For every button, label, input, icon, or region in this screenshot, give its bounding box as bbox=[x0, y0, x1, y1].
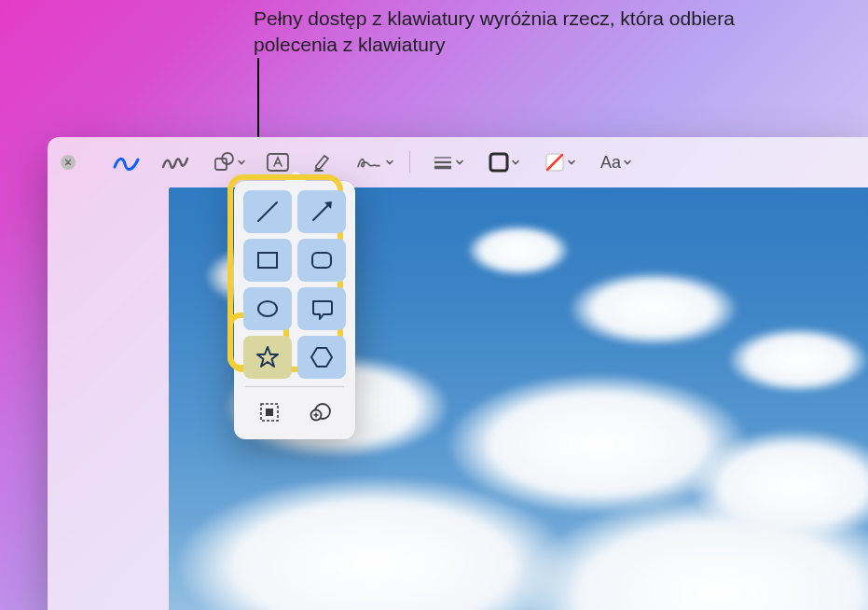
signature-icon bbox=[355, 152, 383, 173]
line-icon bbox=[254, 198, 282, 226]
chevron-down-icon bbox=[623, 158, 632, 167]
stroke-color[interactable] bbox=[477, 146, 528, 178]
svg-point-13 bbox=[258, 301, 277, 316]
roundrect-shape[interactable] bbox=[297, 239, 346, 282]
chevron-down-icon bbox=[511, 158, 520, 167]
shapes-icon bbox=[213, 151, 235, 173]
sign-tool[interactable] bbox=[348, 146, 398, 178]
arrow-shape[interactable] bbox=[297, 190, 346, 233]
line-weight-icon bbox=[433, 154, 453, 171]
draw-tool[interactable] bbox=[154, 146, 197, 178]
shapes-popover bbox=[234, 181, 355, 439]
chevron-down-icon bbox=[567, 158, 576, 167]
popover-divider bbox=[245, 386, 344, 387]
stroke-style[interactable] bbox=[421, 146, 472, 178]
svg-rect-15 bbox=[266, 409, 273, 416]
text-box-icon bbox=[265, 152, 291, 173]
close-icon bbox=[64, 159, 72, 166]
shapes-grid bbox=[243, 190, 346, 379]
toolbar: Aa bbox=[48, 137, 868, 187]
svg-line-10 bbox=[313, 205, 328, 220]
svg-rect-6 bbox=[490, 154, 507, 171]
star-shape[interactable] bbox=[243, 336, 292, 379]
sketch-tool[interactable] bbox=[105, 146, 148, 178]
loupe-tool[interactable] bbox=[300, 396, 341, 428]
chevron-down-icon bbox=[237, 158, 246, 167]
roundrect-icon bbox=[308, 246, 336, 274]
oval-icon bbox=[254, 295, 282, 323]
rect-shape[interactable] bbox=[243, 239, 292, 282]
svg-line-9 bbox=[258, 202, 277, 221]
shapes-tool[interactable] bbox=[202, 146, 253, 178]
stroke-swatch-icon bbox=[489, 152, 509, 173]
svg-rect-11 bbox=[258, 253, 277, 268]
scribble-rough-icon bbox=[159, 151, 191, 173]
popover-footer bbox=[243, 395, 346, 428]
window-close-button[interactable] bbox=[61, 155, 76, 170]
highlight-tool[interactable] bbox=[303, 146, 342, 178]
hexagon-icon bbox=[308, 343, 336, 371]
line-shape[interactable] bbox=[243, 190, 292, 233]
fill-color[interactable] bbox=[533, 146, 584, 178]
app-window: Aa bbox=[48, 137, 868, 610]
text-style[interactable]: Aa bbox=[589, 146, 640, 178]
chevron-down-icon bbox=[385, 158, 394, 167]
svg-rect-12 bbox=[312, 253, 331, 268]
mask-tool[interactable] bbox=[249, 396, 290, 428]
rect-icon bbox=[254, 246, 282, 274]
mask-icon bbox=[257, 400, 282, 424]
speech-bubble-icon bbox=[308, 295, 336, 323]
loupe-icon bbox=[309, 400, 333, 424]
hexagon-shape[interactable] bbox=[297, 336, 346, 379]
star-icon bbox=[254, 343, 282, 371]
text-style-label: Aa bbox=[600, 153, 621, 173]
oval-shape[interactable] bbox=[243, 287, 292, 330]
chevron-down-icon bbox=[455, 158, 464, 167]
highlighter-icon bbox=[311, 151, 334, 173]
callout-text: Pełny dostęp z klawiatury wyróżnia rzecz… bbox=[254, 6, 757, 59]
toolbar-separator bbox=[409, 151, 410, 173]
scribble-smooth-icon bbox=[111, 151, 143, 173]
speech-shape[interactable] bbox=[297, 287, 346, 330]
arrow-icon bbox=[308, 198, 336, 226]
fill-swatch-icon bbox=[544, 152, 565, 173]
